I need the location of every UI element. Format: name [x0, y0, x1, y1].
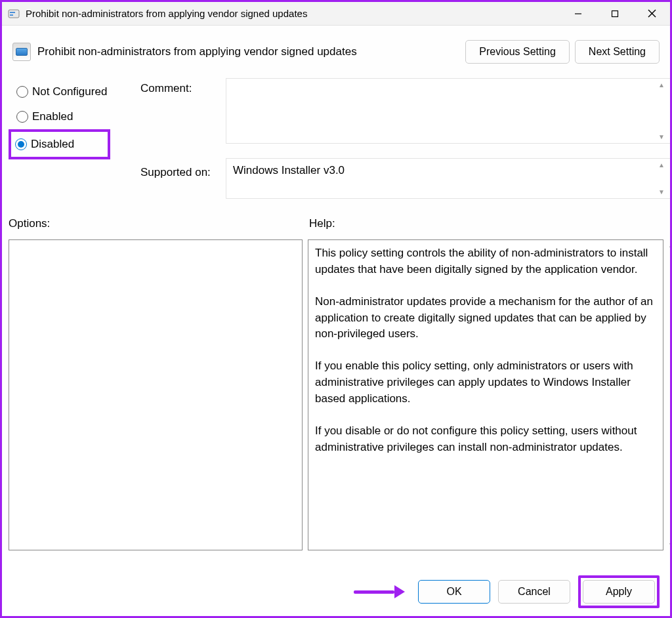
help-text: This policy setting controls the ability… [308, 240, 663, 461]
help-scrollbar[interactable]: ▲ ▼ [664, 240, 672, 550]
next-setting-button[interactable]: Next Setting [575, 40, 660, 64]
supported-on-label: Supported on: [140, 166, 226, 179]
previous-setting-button[interactable]: Previous Setting [465, 40, 570, 64]
dialog-footer: OK Cancel Apply [354, 575, 660, 608]
radio-label: Disabled [31, 138, 74, 151]
scroll-up-icon[interactable]: ▲ [668, 241, 672, 249]
supported-on-value: Windows Installer v3.0 [233, 164, 345, 176]
scroll-up-icon[interactable]: ▲ [656, 161, 667, 169]
window-title: Prohibit non-administrators from applyin… [26, 8, 560, 19]
minimize-button[interactable] [560, 2, 597, 25]
titlebar: Prohibit non-administrators from applyin… [2, 2, 670, 26]
radio-icon-checked [15, 138, 27, 150]
policy-title: Prohibit non-administrators from applyin… [37, 45, 459, 58]
supported-on-box: Windows Installer v3.0 ▲ ▼ [226, 158, 671, 199]
window-controls [560, 2, 670, 25]
annotation-arrow-icon [354, 585, 405, 598]
help-label: Help: [309, 217, 335, 230]
scroll-down-icon[interactable]: ▼ [656, 133, 667, 140]
close-button[interactable] [633, 2, 670, 25]
ok-button[interactable]: OK [418, 580, 490, 604]
scroll-down-icon[interactable]: ▼ [668, 541, 672, 548]
help-panel: This policy setting controls the ability… [308, 239, 663, 550]
svg-rect-2 [10, 14, 13, 16]
radio-label: Enabled [32, 110, 73, 123]
radio-not-configured[interactable]: Not Configured [12, 79, 140, 104]
svg-rect-0 [9, 10, 19, 18]
options-panel [9, 239, 303, 550]
apply-button[interactable]: Apply [583, 580, 655, 604]
comment-label: Comment: [140, 82, 226, 95]
scroll-up-icon[interactable]: ▲ [656, 81, 667, 89]
radio-label: Not Configured [32, 85, 107, 98]
options-label: Options: [9, 217, 309, 230]
annotation-highlight-apply: Apply [578, 575, 660, 608]
policy-icon [12, 43, 31, 61]
cancel-button[interactable]: Cancel [498, 580, 570, 604]
radio-enabled[interactable]: Enabled [12, 104, 140, 129]
comment-textarea[interactable]: ▲ ▼ [226, 78, 671, 144]
policy-header: Prohibit non-administrators from applyin… [2, 26, 670, 70]
svg-rect-1 [10, 12, 15, 13]
svg-rect-4 [612, 10, 618, 16]
annotation-highlight-disabled: Disabled [9, 129, 110, 159]
radio-icon [16, 111, 28, 123]
maximize-button[interactable] [597, 2, 633, 25]
radio-disabled[interactable]: Disabled [11, 132, 78, 157]
scroll-down-icon[interactable]: ▼ [656, 188, 667, 196]
radio-icon [16, 86, 28, 98]
policy-editor-icon [7, 7, 20, 20]
